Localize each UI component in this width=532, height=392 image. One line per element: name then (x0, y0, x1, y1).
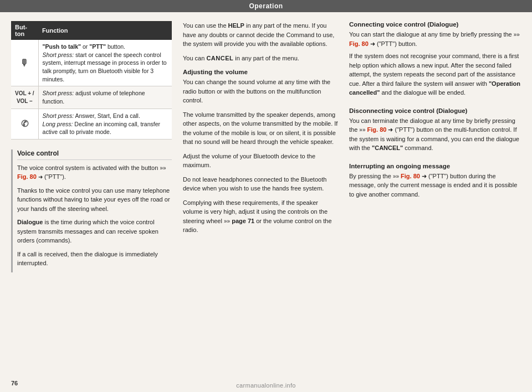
mid-para-help: You can use the HELP in any part of the … (183, 21, 338, 49)
table-row: 🎙 "Push to talk" or "PTT" button. Short … (11, 40, 172, 86)
mid-para-volume-2: The volume transmitted by the speaker de… (183, 110, 338, 147)
mid-para-volume-1: You can change the sound volume at any t… (183, 78, 338, 105)
adjusting-volume-heading: Adjusting the volume (183, 69, 338, 75)
fig-ref-connect: Fig. 80 (349, 40, 369, 47)
connecting-para-2: If the system does not recognise your co… (349, 51, 521, 97)
ptt-label: "PTT" (89, 43, 106, 50)
interrupting-message-title: Interrupting an ongoing message (349, 163, 521, 169)
table-cell-icon-call: ✆ (11, 109, 38, 139)
voice-para-3: Dialogue is the time during which the vo… (17, 218, 172, 245)
table-row: ✆ Short press: Answer, Start, End a call… (11, 109, 172, 139)
arrow-connect: ➜ (370, 40, 375, 47)
fig-ref-disconnect: Fig. 80 (367, 126, 387, 133)
table-cell-function-ptt: "Push to talk" or "PTT" button. Short pr… (38, 40, 172, 86)
arrow-disconnect: ➜ (388, 126, 393, 133)
fig-ref-1: Fig. 80 (17, 173, 37, 180)
table-cell-vol: VOL + /VOL – (11, 86, 38, 109)
right-column: Connecting voice control (Dialogue) You … (349, 21, 521, 383)
connecting-para-1: You can start the dialogue at any time b… (349, 30, 521, 48)
dialogue-label: Dialogue (17, 219, 43, 225)
operation-cancelled-label: "Operation cancelled" (349, 80, 520, 96)
push-to-talk-label: "Push to talk" (43, 43, 81, 50)
arrows-interrupt: »» (393, 173, 399, 179)
voice-control-section: Voice control The voice control system i… (11, 149, 172, 272)
voice-para-4: If a call is received, then the dialogue… (17, 250, 172, 268)
table-header-button: But-ton (11, 21, 38, 40)
middle-column: You can use the HELP in any part of the … (183, 21, 338, 383)
arrows-1: »» (160, 165, 166, 171)
mid-para-cancel: You can CANCEL in any part of the menu. (183, 54, 338, 63)
voice-para-2: Thanks to the voice control you can use … (17, 186, 172, 214)
operation-header: Operation (0, 0, 532, 12)
interrupting-para-1: By pressing the »» Fig. 80 ➜ ("PTT") but… (349, 172, 521, 199)
long-press-call: Long press: (43, 121, 73, 127)
arrows-steering: »» (224, 218, 230, 224)
fig-ref-interrupt: Fig. 80 (401, 173, 420, 179)
connecting-voice-title: Connecting voice control (Dialogue) (349, 21, 521, 28)
section-interrupting-message: Interrupting an ongoing message By press… (349, 163, 521, 203)
voice-control-title: Voice control (17, 149, 172, 160)
mid-para-headphones: Do not leave headphones connected to the… (183, 175, 338, 193)
ptt-icon: 🎙 (20, 58, 29, 68)
disconnecting-voice-title: Disconnecting voice control (Dialogue) (349, 107, 521, 114)
arrow-interrupt: ➜ (422, 173, 427, 179)
table-row: VOL + /VOL – Short press: adjust volume … (11, 86, 172, 109)
function-table: But-ton Function 🎙 "Push to talk" or "PT… (11, 21, 172, 140)
table-cell-icon-ptt: 🎙 (11, 40, 38, 86)
header-title: Operation (249, 2, 283, 10)
section-connecting-voice: Connecting voice control (Dialogue) You … (349, 21, 521, 101)
left-column: But-ton Function 🎙 "Push to talk" or "PT… (11, 21, 172, 383)
short-press-call: Short press: (43, 112, 74, 119)
mid-para-bluetooth-vol: Adjust the volume of your Bluetooth devi… (183, 152, 338, 170)
table-cell-function-call: Short press: Answer, Start, End a call. … (38, 109, 172, 139)
cancel-label: CANCEL (206, 55, 233, 61)
voice-para-1: The voice control system is activated wi… (17, 163, 172, 182)
section-disconnecting-voice: Disconnecting voice control (Dialogue) Y… (349, 107, 521, 156)
disconnecting-para-1: You can terminate the dialogue at any ti… (349, 116, 521, 153)
watermark: carmanualonline.info (0, 382, 532, 389)
cancel-command-label: "CANCEL" (372, 145, 403, 151)
arrows-connect: »» (514, 32, 520, 38)
short-press-label: Short press: (43, 51, 74, 58)
page-ref-steering: page 71 (232, 218, 254, 224)
short-press-vol: Short press: (43, 90, 74, 96)
call-icon: ✆ (21, 119, 28, 128)
help-label: HELP (228, 22, 244, 29)
table-header-function: Function (38, 21, 172, 40)
arrow-ref-1: ➜ (38, 174, 43, 180)
mid-para-steering: Complying with these requirements, if th… (183, 198, 338, 235)
table-cell-function-vol: Short press: adjust volume of telephone … (38, 86, 172, 109)
arrows-disconnect: »» (359, 127, 365, 133)
